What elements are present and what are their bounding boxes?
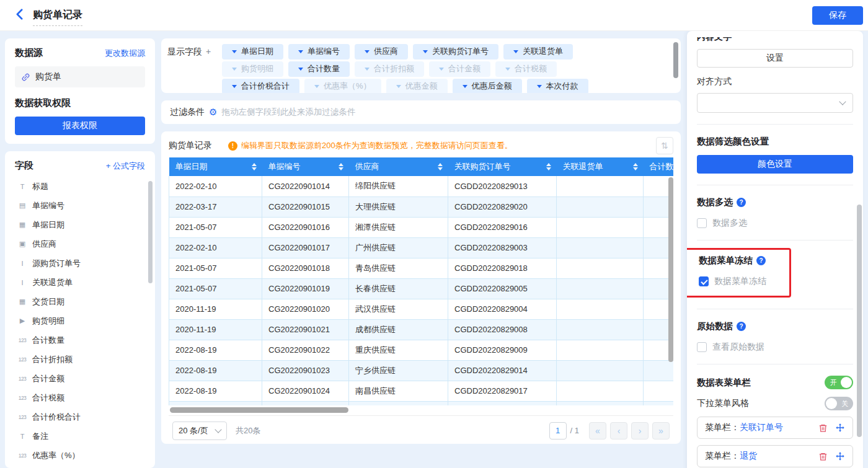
display-field-chip[interactable]: 合计价税合计 [222,79,299,94]
field-item[interactable]: T标题 [15,177,145,196]
field-item[interactable]: ▶购货明细 [15,311,145,330]
chip-label: 优惠金额 [405,81,438,92]
fields-scrollbar[interactable] [148,181,153,283]
column-header[interactable]: 供应商 [349,157,448,176]
sort-icon[interactable] [438,163,443,170]
back-button[interactable] [16,9,23,22]
chips-scrollbar[interactable] [673,42,678,78]
table-menu-toggle[interactable]: 开 [825,376,853,389]
color-set-button[interactable]: 颜色设置 [697,155,853,174]
menu-bar-link[interactable]: 退货 [740,451,757,462]
save-button[interactable]: 保存 [812,6,863,25]
column-header[interactable]: 关联购货订单号 [448,157,557,176]
multi-select-checkbox[interactable] [697,218,707,228]
datasource-item[interactable]: 购货单 [15,66,145,87]
field-item[interactable]: ▤单据编号 [15,196,145,215]
field-item[interactable]: 123优惠率（%） [15,446,145,465]
column-header[interactable]: 单据日期 [169,157,262,176]
menu-freeze-checkbox[interactable] [699,276,709,286]
display-field-chip[interactable]: 单据日期 [222,44,283,60]
dropdown-style-toggle[interactable]: 关 [825,397,853,410]
add-display-field-button[interactable]: + [206,46,211,56]
content-set-button[interactable]: 设置 [697,49,853,68]
field-item[interactable]: 123合计金额 [15,369,145,388]
table-horizontal-scrollbar[interactable] [170,407,348,413]
field-item[interactable]: ▣供应商 [15,234,145,254]
field-item[interactable]: 123合计税额 [15,388,145,407]
sort-order-button[interactable]: ⇅ [656,137,673,154]
menu-bar-link[interactable]: 关联订单号 [740,422,783,433]
column-label: 关联购货订单号 [454,162,511,171]
filter-dropzone-placeholder[interactable]: 拖动左侧字段到此处来添加过滤条件 [221,107,355,118]
chevron-down-icon [314,85,319,88]
table-row[interactable]: 2021-05-07CG20220901016湘潭供应链CGDD20220829… [169,217,674,237]
help-icon[interactable]: ? [756,256,766,265]
raw-data-checkbox-row[interactable]: 查看原始数据 [697,342,853,353]
field-item[interactable]: T备注 [15,426,145,446]
display-field-chip[interactable]: 关联退货单 [503,44,573,60]
change-datasource-link[interactable]: 更改数据源 [105,48,145,59]
table-title-row: 购货单记录 ! 编辑界面只取数据源前200条作为查询数据预览，完整数据请访问页面… [169,134,673,157]
display-field-chip[interactable]: 优惠后金额 [453,79,522,94]
field-item[interactable]: 123合计折扣额 [15,350,145,369]
pagination-bar: 20 条/页 共20条 1 / 1 «‹›» [169,415,673,445]
field-item[interactable]: ▦交货日期 [15,292,145,311]
align-select[interactable] [697,93,853,113]
last-page-button[interactable]: » [652,422,670,439]
gear-icon[interactable]: ⚙ [209,107,217,118]
column-header[interactable]: 关联退货单 [557,157,644,176]
column-label: 单据日期 [175,162,208,171]
field-item[interactable]: I源购货订单号 [15,254,145,273]
sort-icon[interactable] [546,163,551,170]
display-field-chip[interactable]: 合计折扣额 [355,61,424,77]
display-field-chip[interactable]: 合计数量 [288,61,350,77]
move-icon[interactable] [835,423,845,433]
display-field-chip[interactable]: 合计金额 [429,61,490,77]
display-field-chip[interactable]: 优惠率（%） [304,79,381,94]
display-field-chip[interactable]: 购货明细 [222,61,283,77]
display-field-chip[interactable]: 单据编号 [288,44,350,60]
field-item[interactable]: I关联退货单 [15,273,145,292]
delete-icon[interactable] [818,452,828,461]
help-icon[interactable]: ? [737,322,746,331]
table-row[interactable]: 2022-08-19CG20220901024南昌供应链CGDD20220829… [169,381,674,401]
display-field-chip[interactable]: 合计税额 [495,61,557,77]
sort-icon[interactable] [633,163,638,170]
field-item[interactable]: 123合计数量 [15,330,145,350]
table-row[interactable]: 2022-02-10CG20220901014绵阳供应链CGDD20220829… [169,176,674,196]
column-header[interactable]: 合计数量 [644,157,674,176]
display-field-chip[interactable]: 优惠金额 [386,79,448,94]
settings-scrollbar[interactable] [857,205,862,437]
prev-page-button[interactable]: ‹ [610,422,627,439]
first-page-button[interactable]: « [589,422,606,439]
sort-icon[interactable] [252,163,257,170]
display-field-chip[interactable]: 供应商 [355,44,408,60]
delete-icon[interactable] [818,423,828,433]
table-row[interactable]: 2021-05-07CG20220901019长春供应链CGDD20220829… [169,278,674,299]
raw-data-checkbox[interactable] [697,342,707,352]
table-row[interactable]: 2020-11-19CG20220901020武汉供应链CGDD20220829… [169,299,674,319]
report-permission-button[interactable]: 报表权限 [15,117,145,135]
sort-icon[interactable] [339,163,343,170]
table-row[interactable]: 2022-08-19CG20220901023宁乡供应链CGDD20220829… [169,360,674,381]
table-row[interactable]: 2022-03-17CG20220901015大理供应链CGDD20220829… [169,196,674,217]
next-page-button[interactable]: › [631,422,649,439]
field-item[interactable]: 123合计价税合计 [15,407,145,426]
table-row[interactable]: 2021-05-07CG20220901018青岛供应链CGDD20220829… [169,258,674,278]
add-formula-field-link[interactable]: + 公式字段 [106,161,145,172]
move-icon[interactable] [835,451,845,461]
page-number-input[interactable]: 1 [549,422,567,439]
table-row[interactable]: 2022-02-10CG20220901017广州供应链CGDD20220829… [169,237,674,258]
column-header[interactable]: 单据编号 [262,157,349,176]
page-size-select[interactable]: 20 条/页 [172,422,227,440]
display-field-chip[interactable]: 本次付款 [527,79,588,94]
multi-select-checkbox-row[interactable]: 数据多选 [697,218,853,229]
help-icon[interactable]: ? [737,198,746,207]
menu-freeze-checkbox-row[interactable]: 数据菜单冻结 [699,276,782,287]
sort-asc-icon [546,163,551,166]
display-field-chip[interactable]: 关联购货订单号 [413,44,498,60]
table-row[interactable]: 2020-11-19CG20220901021成都供应链CGDD20220829… [169,319,674,340]
table-vertical-scrollbar[interactable] [668,177,673,362]
field-item[interactable]: ▦单据日期 [15,215,145,234]
table-row[interactable]: 2022-08-19CG20220901022重庆供应链CGDD20220829… [169,340,674,360]
